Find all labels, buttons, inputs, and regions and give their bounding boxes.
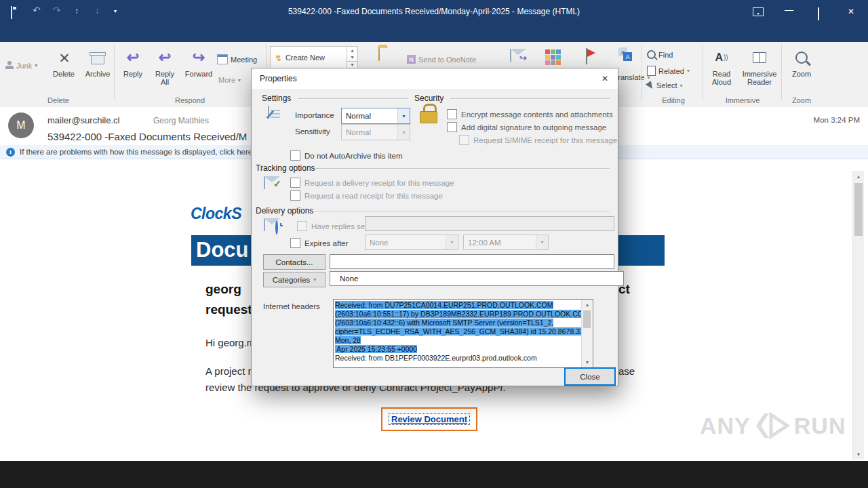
dialog-titlebar[interactable]: Properties ✕ bbox=[252, 68, 618, 89]
settings-icon bbox=[268, 106, 269, 119]
select-button[interactable]: Select ▾ bbox=[647, 81, 683, 89]
avatar[interactable]: M bbox=[8, 113, 34, 138]
expires-label: Expires after bbox=[304, 239, 349, 247]
body-paragraph-left: A project r bbox=[205, 365, 252, 377]
related-label: Related bbox=[658, 67, 684, 75]
translate-dropdown[interactable]: Translate ▾ bbox=[614, 73, 650, 81]
junk-button[interactable]: Junk ▾ bbox=[5, 61, 37, 70]
gallery-scroll[interactable]: ▴ ▾ ▾ bbox=[347, 47, 357, 68]
forward-icon: ↪ bbox=[193, 49, 205, 66]
info-icon: i bbox=[6, 148, 15, 157]
expires-row: Expires after bbox=[290, 238, 349, 248]
move-button[interactable]: ↪ bbox=[510, 49, 511, 62]
zoom-icon bbox=[795, 52, 808, 64]
sign-label: Add digital signature to outgoing messag… bbox=[461, 123, 606, 131]
folder-icon bbox=[378, 48, 380, 61]
dialog-close-icon[interactable]: ✕ bbox=[601, 74, 608, 83]
delivery-receipt-checkbox[interactable] bbox=[290, 178, 300, 188]
body-heading-line2: request bbox=[205, 302, 252, 317]
importance-label: Importance bbox=[295, 111, 334, 119]
sensitivity-label: Sensitivity bbox=[295, 127, 330, 136]
settings-section-label: Settings bbox=[262, 94, 291, 103]
scroll-up-icon[interactable]: ▴ bbox=[853, 171, 864, 182]
tracking-icon: ✓ bbox=[264, 177, 265, 189]
header-line: Mon, 28 bbox=[334, 336, 580, 345]
forward-button[interactable]: ↪ Forward bbox=[180, 46, 217, 78]
have-replies-input bbox=[365, 216, 614, 231]
read-aloud-button[interactable]: A )) Read Aloud bbox=[705, 46, 738, 86]
immersive-reader-icon bbox=[753, 52, 766, 63]
read-aloud-label: Read Aloud bbox=[708, 70, 735, 86]
expires-time-value: 12:00 AM bbox=[468, 239, 501, 247]
archive-label: Archive bbox=[85, 70, 111, 78]
delivery-receipt-row: Request a delivery receipt for this mess… bbox=[290, 178, 454, 188]
headers-scrollbar-thumb[interactable] bbox=[583, 310, 591, 328]
translate-button[interactable]: a A bbox=[618, 47, 635, 64]
zoom-label: Zoom bbox=[792, 70, 811, 78]
meeting-icon bbox=[217, 54, 228, 64]
dialog-close-button[interactable]: Close bbox=[564, 367, 616, 386]
meeting-button[interactable]: Meeting bbox=[217, 54, 257, 64]
meeting-label: Meeting bbox=[231, 56, 257, 64]
banner-title: Docu bbox=[196, 238, 249, 262]
header-line: Apr 2025 15:23:55 +0000 bbox=[334, 345, 580, 354]
reply-button[interactable]: ↩ Reply bbox=[117, 46, 149, 78]
internet-headers-label: Internet headers bbox=[263, 302, 320, 310]
expires-checkbox[interactable] bbox=[290, 238, 300, 248]
security-section-label: Security bbox=[414, 94, 443, 103]
body-scrollbar[interactable]: ▴ ▾ bbox=[852, 171, 864, 460]
anyrun-logo-icon bbox=[755, 412, 790, 439]
minimize-button[interactable]: — bbox=[785, 5, 793, 15]
body-paragraph-right: ase bbox=[618, 365, 635, 377]
related-button[interactable]: Related ▾ bbox=[647, 66, 690, 76]
divider bbox=[781, 45, 782, 100]
headers-scrollbar[interactable]: ▴ ▾ bbox=[581, 300, 593, 367]
move-to-folder-button[interactable] bbox=[378, 49, 380, 61]
create-new-quickstep[interactable]: ↯ Create New bbox=[271, 47, 357, 68]
contacts-input[interactable] bbox=[330, 254, 614, 269]
encrypt-checkbox[interactable] bbox=[447, 109, 457, 119]
delete-button[interactable]: Delete bbox=[47, 46, 80, 78]
reply-all-label: Reply All bbox=[153, 70, 176, 86]
autoarchive-checkbox[interactable] bbox=[290, 150, 300, 161]
review-document-button[interactable]: Review Document bbox=[381, 407, 477, 431]
archive-button[interactable]: Archive bbox=[80, 46, 115, 78]
sender-email[interactable]: mailer@surchile.cl bbox=[47, 115, 119, 125]
close-window-button[interactable]: ✕ bbox=[848, 7, 854, 16]
read-receipt-checkbox[interactable] bbox=[290, 190, 300, 201]
encrypt-label: Encrypt message contents and attachments bbox=[461, 110, 613, 119]
maximize-button[interactable] bbox=[818, 8, 819, 20]
dialog-close-label: Close bbox=[580, 373, 599, 381]
gallery-down-icon[interactable]: ▾ bbox=[347, 54, 357, 60]
group-label-zoom: Zoom bbox=[784, 96, 819, 104]
categories-button[interactable]: Categories ▾ bbox=[263, 272, 326, 287]
ribbon-display-icon[interactable]: ▾ bbox=[753, 7, 764, 16]
headers-scroll-up-icon[interactable]: ▴ bbox=[582, 300, 593, 310]
send-to-onenote-button[interactable]: N Send to OneNote bbox=[407, 55, 476, 64]
lightning-icon: ↯ bbox=[275, 53, 282, 63]
immersive-reader-button[interactable]: Immersive Reader bbox=[741, 46, 778, 86]
zoom-button[interactable]: Zoom bbox=[784, 46, 819, 78]
scrollbar-thumb[interactable] bbox=[854, 183, 863, 236]
header-line: Received: from DU7P251CA0014.EURP251.PRO… bbox=[334, 301, 580, 310]
scroll-down-icon[interactable]: ▾ bbox=[853, 449, 864, 460]
more-respond-button[interactable]: More ▾ bbox=[218, 76, 241, 84]
gallery-up-icon[interactable]: ▴ bbox=[347, 47, 357, 54]
internet-headers-box[interactable]: Received: from DU7P251CA0014.EURP251.PRO… bbox=[333, 299, 593, 368]
read-receipt-row: Request a read receipt for this message bbox=[290, 190, 443, 201]
headers-scroll-down-icon[interactable]: ▾ bbox=[582, 357, 593, 367]
reply-all-button[interactable]: ↩ Reply All bbox=[149, 46, 180, 86]
importance-select[interactable]: Normal ▾ bbox=[341, 108, 410, 124]
divider bbox=[298, 98, 408, 99]
immersive-reader-label: Immersive Reader bbox=[741, 70, 778, 86]
find-button[interactable]: Find bbox=[647, 50, 673, 59]
sign-checkbox-row: Add digital signature to outgoing messag… bbox=[447, 122, 606, 132]
categorize-button[interactable] bbox=[545, 49, 561, 65]
categories-input[interactable]: None bbox=[330, 271, 624, 286]
sign-checkbox[interactable] bbox=[447, 122, 457, 132]
divider bbox=[703, 45, 703, 100]
contacts-button[interactable]: Contacts... bbox=[263, 254, 326, 270]
body-greeting: Hi georg.m bbox=[205, 337, 255, 348]
delivery-icon bbox=[264, 219, 268, 231]
importance-dropdown-icon[interactable]: ▾ bbox=[397, 108, 410, 123]
